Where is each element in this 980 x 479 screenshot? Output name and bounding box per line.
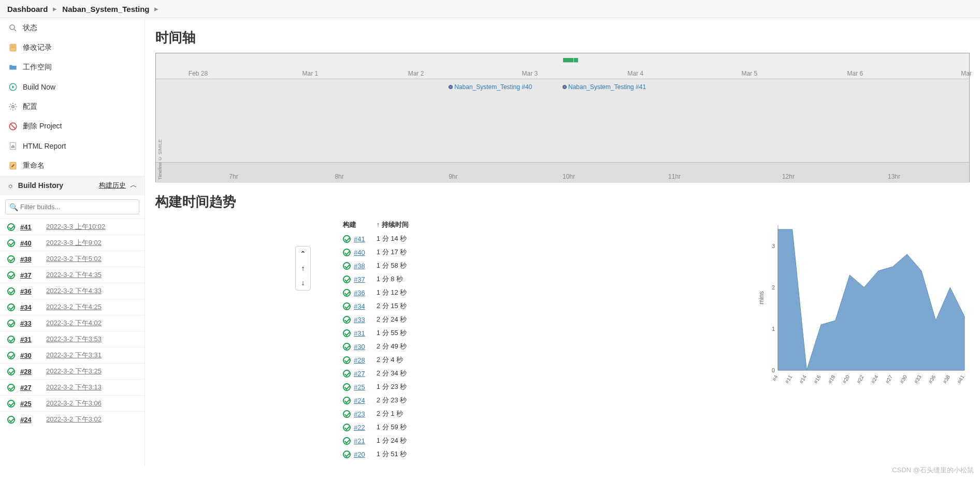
trend-build-link[interactable]: #25 bbox=[354, 383, 365, 391]
svg-text:#11: #11 bbox=[784, 374, 794, 384]
timeline-widget[interactable]: ▮▮▮▮▮ ▮▮ Feb 28Mar 1Mar 2Mar 3Mar 4Mar 5… bbox=[155, 53, 970, 182]
trend-build-link[interactable]: #22 bbox=[354, 424, 365, 431]
trend-build-link[interactable]: #34 bbox=[354, 302, 365, 310]
trend-row: #302 分 49 秒 bbox=[338, 340, 414, 353]
build-history-row[interactable]: #282022-3-2 下午3:25 bbox=[0, 363, 145, 379]
scroll-down-button[interactable]: ↓ bbox=[296, 275, 310, 290]
build-time-link[interactable]: 2022-3-2 下午3:53 bbox=[46, 335, 102, 344]
build-history-row[interactable]: #402022-3-3 上午9:02 bbox=[0, 235, 145, 251]
trend-row: #361 分 12 秒 bbox=[338, 286, 414, 299]
trend-table: 构建 ↑ 持续时间 #411 分 14 秒#401 分 17 秒#381 分 5… bbox=[337, 217, 415, 461]
chevron-up-icon[interactable]: ︿ bbox=[130, 181, 137, 190]
sidebar-item-label: 删除 Project bbox=[23, 122, 62, 131]
sidebar-item-search[interactable]: 状态 bbox=[0, 18, 145, 38]
build-number-link[interactable]: #38 bbox=[20, 255, 41, 263]
scroll-up-button[interactable]: ↑ bbox=[296, 261, 310, 275]
svg-text:#27: #27 bbox=[884, 374, 893, 384]
build-history-row[interactable]: #312022-3-2 下午3:53 bbox=[0, 331, 145, 347]
timeline-hour-label: 12hr bbox=[782, 173, 795, 180]
build-history-row[interactable]: #242022-3-2 下午3:02 bbox=[0, 411, 145, 427]
timeline-event[interactable]: Naban_System_Testing #41 bbox=[563, 83, 646, 91]
breadcrumb-project[interactable]: Naban_System_Testing bbox=[62, 5, 149, 13]
build-number-link[interactable]: #41 bbox=[20, 223, 41, 231]
build-time-link[interactable]: 2022-3-2 下午4:33 bbox=[46, 286, 102, 296]
sidebar-item-report[interactable]: HTML Report bbox=[0, 136, 145, 156]
sidebar-item-forbid[interactable]: 删除 Project bbox=[0, 117, 145, 136]
trend-build-link[interactable]: #27 bbox=[354, 370, 365, 378]
sidebar-item-notes[interactable]: 修改记录 bbox=[0, 38, 145, 57]
build-number-link[interactable]: #37 bbox=[20, 271, 41, 279]
build-history-row[interactable]: #342022-3-2 下午4:25 bbox=[0, 299, 145, 315]
trend-build-link[interactable]: #38 bbox=[354, 262, 365, 270]
success-icon bbox=[343, 289, 351, 297]
build-history-row[interactable]: #362022-3-2 下午4:33 bbox=[0, 283, 145, 299]
build-time-link[interactable]: 2022-3-2 下午5:02 bbox=[46, 254, 102, 264]
build-time-link[interactable]: 2022-3-2 下午4:35 bbox=[46, 270, 102, 280]
build-number-link[interactable]: #27 bbox=[20, 384, 41, 391]
trend-build-link[interactable]: #31 bbox=[354, 329, 365, 337]
build-number-link[interactable]: #24 bbox=[20, 416, 41, 424]
trend-build-link[interactable]: #41 bbox=[354, 235, 365, 243]
success-icon bbox=[343, 302, 351, 310]
build-history-row[interactable]: #252022-3-2 下午3:06 bbox=[0, 395, 145, 411]
build-number-link[interactable]: #31 bbox=[20, 336, 41, 343]
sidebar-item-folder[interactable]: 工作空间 bbox=[0, 57, 145, 77]
trend-header-build[interactable]: 构建 bbox=[338, 218, 370, 231]
build-number-link[interactable]: #34 bbox=[20, 303, 41, 311]
success-icon bbox=[343, 370, 351, 378]
build-history-row[interactable]: #372022-3-2 下午4:35 bbox=[0, 267, 145, 283]
build-number-link[interactable]: #25 bbox=[20, 400, 41, 408]
trend-build-link[interactable]: #23 bbox=[354, 410, 365, 418]
trend-build-link[interactable]: #21 bbox=[354, 437, 365, 445]
breadcrumb-dashboard[interactable]: Dashboard bbox=[7, 5, 48, 13]
sidebar-item-rename[interactable]: 重命名 bbox=[0, 156, 145, 176]
svg-text:mins: mins bbox=[758, 291, 765, 304]
trend-duration: 2 分 23 秒 bbox=[371, 394, 414, 407]
build-time-link[interactable]: 2022-3-2 下午4:02 bbox=[46, 318, 102, 328]
scroll-top-button[interactable]: ⌃ bbox=[296, 246, 310, 261]
build-number-link[interactable]: #33 bbox=[20, 320, 41, 327]
build-time-link[interactable]: 2022-3-2 下午3:13 bbox=[46, 383, 102, 392]
sidebar-item-gear[interactable]: 配置 bbox=[0, 97, 145, 117]
build-history-row[interactable]: #272022-3-2 下午3:13 bbox=[0, 379, 145, 395]
timeline-event[interactable]: Naban_System_Testing #40 bbox=[449, 83, 532, 91]
build-number-link[interactable]: #36 bbox=[20, 287, 41, 295]
sidebar-item-play[interactable]: Build Now bbox=[0, 77, 145, 97]
trend-build-link[interactable]: #20 bbox=[354, 451, 365, 458]
chevron-right-icon: ▸ bbox=[53, 4, 57, 13]
build-history-trend-link[interactable]: 构建历史 bbox=[99, 181, 126, 190]
trend-build-link[interactable]: #36 bbox=[354, 289, 365, 297]
timeline-title: 时间轴 bbox=[155, 28, 970, 47]
build-number-link[interactable]: #30 bbox=[20, 352, 41, 359]
build-history-row[interactable]: #302022-3-2 下午3:31 bbox=[0, 347, 145, 363]
trend-build-link[interactable]: #24 bbox=[354, 397, 365, 404]
build-time-link[interactable]: 2022-3-3 上午10:02 bbox=[46, 222, 105, 231]
filter-builds-input[interactable] bbox=[5, 199, 139, 214]
build-time-link[interactable]: 2022-3-2 下午3:25 bbox=[46, 367, 102, 376]
trend-duration: 2 分 4 秒 bbox=[371, 354, 414, 366]
build-time-link[interactable]: 2022-3-2 下午4:25 bbox=[46, 302, 102, 312]
svg-text:#22: #22 bbox=[856, 374, 865, 384]
trend-build-link[interactable]: #37 bbox=[354, 275, 365, 283]
sidebar-item-label: HTML Report bbox=[23, 142, 66, 150]
trend-build-link[interactable]: #40 bbox=[354, 249, 365, 256]
build-time-link[interactable]: 2022-3-3 上午9:02 bbox=[46, 238, 102, 248]
trend-build-link[interactable]: #28 bbox=[354, 356, 365, 364]
timeline-marks: ▮▮▮▮▮ ▮▮ bbox=[563, 56, 578, 63]
build-time-link[interactable]: 2022-3-2 下午3:02 bbox=[46, 415, 102, 424]
rename-icon bbox=[8, 161, 18, 170]
main-content: 时间轴 ▮▮▮▮▮ ▮▮ Feb 28Mar 1Mar 2Mar 3Mar 4M… bbox=[145, 18, 980, 467]
trend-row: #211 分 24 秒 bbox=[338, 434, 414, 447]
build-history-row[interactable]: #382022-3-2 下午5:02 bbox=[0, 251, 145, 267]
build-time-link[interactable]: 2022-3-2 下午3:31 bbox=[46, 351, 102, 360]
trend-header-duration[interactable]: ↑ 持续时间 bbox=[371, 218, 414, 231]
build-number-link[interactable]: #28 bbox=[20, 368, 41, 375]
build-history-row[interactable]: #332022-3-2 下午4:02 bbox=[0, 315, 145, 331]
gear-icon bbox=[8, 102, 18, 111]
trend-build-link[interactable]: #33 bbox=[354, 316, 365, 324]
trend-row: #251 分 23 秒 bbox=[338, 381, 414, 393]
build-number-link[interactable]: #40 bbox=[20, 239, 41, 247]
build-history-row[interactable]: #412022-3-3 上午10:02 bbox=[0, 219, 145, 235]
build-time-link[interactable]: 2022-3-2 下午3:06 bbox=[46, 399, 102, 408]
trend-build-link[interactable]: #30 bbox=[354, 343, 365, 351]
